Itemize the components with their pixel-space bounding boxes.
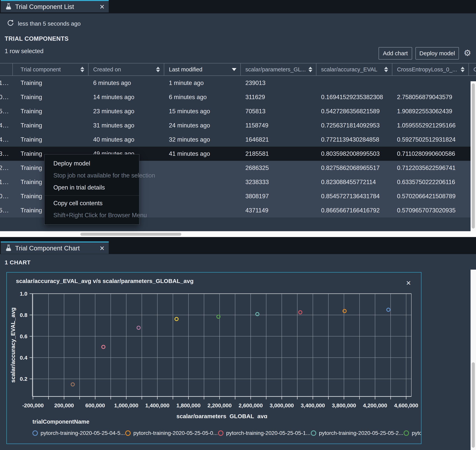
table-cell: 24 minutes ago (164, 118, 241, 132)
x-tick-label: 1,800,000 (176, 403, 200, 409)
table-cell (316, 76, 392, 90)
add-chart-button[interactable]: Add chart (379, 47, 412, 59)
column-header-created-on[interactable]: Created on (89, 63, 164, 76)
table-cell: 1.908922553062439 (392, 104, 469, 118)
legend-label: pytor (412, 430, 421, 436)
table-cell: 0.8035982008995503 (316, 147, 392, 161)
legend-item: pytorch-training-2020-05-25-04-5... (32, 430, 125, 436)
table-cell: 4371149 (241, 203, 316, 217)
sort-icon[interactable] (306, 67, 312, 72)
column-header-trial-component[interactable]: Trial component (13, 63, 89, 76)
experiment-flask-icon (5, 244, 12, 252)
table-horizontal-scrollbar[interactable] (0, 231, 476, 237)
chart-legend: trialComponentName pytorch-training-2020… (32, 419, 421, 436)
table-cell: 0... (0, 90, 13, 104)
close-tab-icon[interactable]: × (100, 244, 104, 252)
table-cell: 23 minutes ago (89, 104, 164, 118)
table-row[interactable]: 4...Training31 minutes ago24 minutes ago… (0, 118, 476, 132)
tab-trial-component-list[interactable]: Trial Component List × (1, 0, 109, 12)
sort-icon[interactable] (153, 67, 160, 72)
column-header-scalar-parameters-gl[interactable]: scalar/parameters_GL... (241, 63, 316, 76)
table-cell: 0.7256371814092953 (316, 118, 392, 132)
table-row[interactable]: 0...Training14 minutes ago6 minutes ago3… (0, 90, 476, 104)
column-header-0 (0, 63, 13, 76)
legend-label: pytorch-training-2020-05-25-05-1... (226, 430, 310, 436)
sort-icon[interactable] (381, 67, 388, 72)
experiment-flask-icon (5, 3, 12, 11)
column-header-last-modified[interactable]: Last modified (164, 63, 241, 76)
table-cell (164, 189, 241, 203)
table-cell: Training (13, 76, 89, 90)
menu-item-shift-right-click-for-browser-menu: Shift+Right Click for Browser Menu (44, 209, 139, 221)
refresh-icon[interactable] (6, 19, 14, 28)
table-cell: 0.7122035622596741 (392, 161, 469, 175)
table-row[interactable]: 1...Training6 minutes ago1 minute ago239… (0, 76, 476, 90)
legend-label: pytorch-training-2020-05-25-05-2... (319, 430, 403, 436)
x-tick-label: 4,600,000 (394, 403, 418, 409)
table-cell: 6 minutes ago (164, 90, 241, 104)
column-label: Created on (93, 66, 121, 73)
column-header-scalar-accuracy-eval[interactable]: scalar/accuracy_EVAL (316, 63, 392, 76)
x-tick-label: 3,800,000 (332, 403, 356, 409)
table-cell: 15 minutes ago (164, 104, 241, 118)
column-label: C (473, 66, 476, 73)
table-cell: 0.5702066421508789 (392, 189, 469, 203)
tab-title: Trial Component List (15, 3, 74, 11)
sort-icon[interactable] (458, 67, 464, 72)
table-row[interactable]: 5...Training23 minutes ago15 minutes ago… (0, 104, 476, 118)
x-tick-label: 200,000 (54, 403, 74, 409)
table-cell: Training (13, 90, 89, 104)
column-label: scalar/accuracy_EVAL (321, 66, 377, 73)
table-cell: 1... (0, 175, 13, 189)
table-cell: 3238333 (241, 175, 316, 189)
scatter-point (256, 313, 259, 316)
scatter-point (343, 309, 346, 313)
table-cell: 0... (0, 189, 13, 203)
table-header-row: Trial componentCreated onLast modifiedsc… (0, 63, 476, 76)
menu-item-open-in-trial-details[interactable]: Open in trial details (44, 182, 139, 194)
table-vertical-scrollbar-thumb[interactable] (472, 83, 475, 229)
table-cell: 32 minutes ago (164, 132, 241, 147)
x-tick-label: 2,200,000 (208, 403, 232, 409)
x-tick-label: 1,400,000 (145, 403, 169, 409)
sort-desc-icon[interactable] (229, 68, 236, 71)
chart-close-icon[interactable]: × (406, 278, 411, 288)
table-horizontal-scrollbar-thumb[interactable] (80, 233, 181, 236)
column-label: Trial component (21, 66, 61, 73)
scatter-point (137, 326, 140, 329)
table-cell: 4... (0, 132, 13, 147)
chart-panel-vertical-scrollbar[interactable] (470, 270, 476, 450)
table-vertical-scrollbar[interactable] (470, 81, 476, 231)
table-row[interactable]: 4...Training40 minutes ago32 minutes ago… (0, 132, 476, 147)
tab-trial-component-chart[interactable]: Trial Component Chart × (1, 242, 109, 254)
y-tick-label: 1.0 (20, 291, 27, 297)
x-tick-label: 2,600,000 (239, 403, 263, 409)
menu-item-deploy-model[interactable]: Deploy model (44, 158, 139, 170)
table-cell: 0.823088455772114 (316, 175, 392, 189)
table-cell: 0.7721139430284858 (316, 132, 392, 147)
table-cell: 311629 (241, 90, 316, 104)
column-label: scalar/parameters_GL... (245, 66, 306, 73)
menu-separator (44, 195, 139, 195)
table-cell: 0.7110280990600586 (392, 147, 469, 161)
menu-item-copy-cell-contents[interactable]: Copy cell contents (44, 197, 139, 209)
table-cell: 1158749 (241, 118, 316, 132)
legend-ring-icon (218, 430, 223, 436)
table-cell: Training (13, 132, 89, 147)
table-cell: 0.8665667166416792 (316, 203, 392, 217)
chart-panel-vertical-scrollbar-thumb[interactable] (472, 362, 475, 448)
close-tab-icon[interactable]: × (100, 3, 104, 11)
y-tick-label: 0.6 (20, 333, 27, 339)
table-cell: 0.5427286356821589 (316, 104, 392, 118)
column-header-crossentropyloss-0[interactable]: CrossEntropyLoss_0_... (392, 63, 469, 76)
table-cell: 0.5927502512931824 (392, 132, 469, 147)
table-cell: 0.16941529235382308 (316, 90, 392, 104)
table-cell: Training (13, 104, 89, 118)
deploy-model-button[interactable]: Deploy model (416, 47, 459, 59)
table-cell: 6 minutes ago (89, 76, 164, 90)
gear-icon[interactable]: ⚙ (464, 48, 471, 58)
table-cell (164, 161, 241, 175)
scatter-point (175, 317, 178, 321)
menu-item-stop-job-not-available-for-the-selection: Stop job not available for the selection (44, 170, 139, 182)
sort-icon[interactable] (78, 67, 84, 72)
